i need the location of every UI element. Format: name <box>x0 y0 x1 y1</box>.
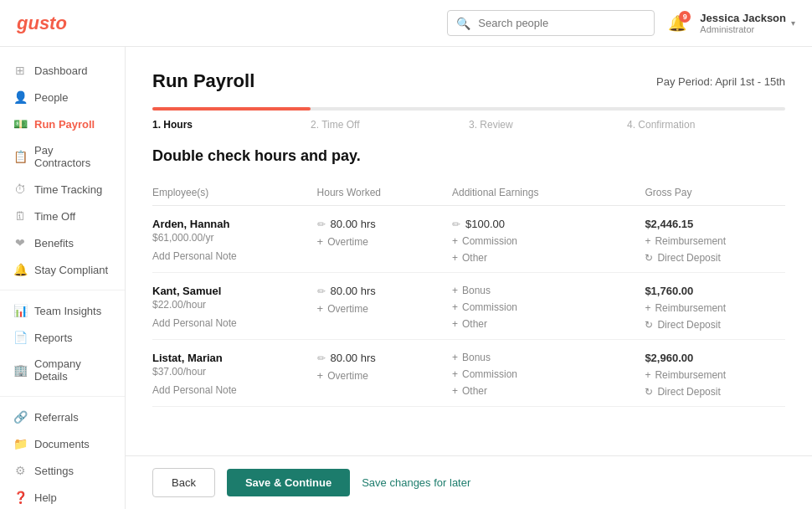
add-reimbursement[interactable]: +Reimbursement <box>645 369 775 381</box>
step-review[interactable]: 3. Review <box>469 119 627 131</box>
step-time-off[interactable]: 2. Time Off <box>311 119 469 131</box>
add-earnings-row[interactable]: +Other <box>452 318 635 330</box>
user-name: Jessica Jackson <box>700 12 786 24</box>
bell-badge: 9 <box>679 11 691 23</box>
footer: Back Save & Continue Save changes for la… <box>126 455 812 509</box>
sidebar-item-label: Referrals <box>34 411 79 424</box>
add-earnings-row[interactable]: +Other <box>452 385 635 397</box>
reports-icon: 📄 <box>13 331 27 344</box>
add-overtime[interactable]: + Overtime <box>317 302 442 315</box>
page-title: Run Payroll <box>152 70 254 92</box>
edit-icon[interactable]: ✏ <box>317 352 326 364</box>
employee-rate: $61,000.00/yr <box>152 232 307 244</box>
sidebar-item-label: Reports <box>34 332 73 344</box>
step-confirmation[interactable]: 4. Confirmation <box>627 119 785 131</box>
save-later-button[interactable]: Save changes for later <box>362 476 470 489</box>
add-earnings-row[interactable]: +Commission <box>452 301 635 313</box>
earnings-cell: ✏$100.00+Commission+Other <box>452 218 635 264</box>
hours-cell: ✏ 80.00 hrs + Overtime <box>317 352 442 382</box>
search-icon: 🔍 <box>456 17 470 30</box>
sidebar-item-run-payroll[interactable]: 💵 Run Payroll <box>0 111 125 137</box>
sidebar: ⊞ Dashboard 👤 People 💵 Run Payroll 📋 Pay… <box>0 47 126 509</box>
sidebar-item-time-off[interactable]: 🗓 Time Off <box>0 203 125 229</box>
back-button[interactable]: Back <box>152 468 215 497</box>
main-content: Run Payroll Pay Period: April 1st - 15th… <box>126 47 812 455</box>
help-icon: ❓ <box>13 491 27 504</box>
step-hours[interactable]: 1. Hours <box>152 119 311 131</box>
edit-icon[interactable]: ✏ <box>317 219 326 230</box>
company-icon: 🏢 <box>13 363 27 377</box>
edit-icon[interactable]: ✏ <box>317 285 326 297</box>
add-reimbursement[interactable]: +Reimbursement <box>645 235 775 247</box>
add-note-link[interactable]: Add Personal Note <box>152 244 307 270</box>
table-row: Arden, Hannah $61,000.00/yr Add Personal… <box>152 206 785 273</box>
add-earnings-row[interactable]: +Commission <box>452 368 635 380</box>
sidebar-item-label: Help <box>34 491 57 504</box>
benefits-icon: ❤ <box>13 236 27 249</box>
add-note-link[interactable]: Add Personal Note <box>152 311 307 337</box>
hours-value: ✏ 80.00 hrs <box>317 218 442 230</box>
topnav: gusto 🔍 🔔 9 Jessica Jackson Administrato… <box>0 0 812 47</box>
sidebar-item-dashboard[interactable]: ⊞ Dashboard <box>0 57 125 84</box>
search-input[interactable] <box>447 10 655 36</box>
add-note-link[interactable]: Add Personal Note <box>152 378 307 404</box>
page-header: Run Payroll Pay Period: April 1st - 15th <box>152 70 785 92</box>
direct-deposit[interactable]: ↻Direct Deposit <box>645 386 775 398</box>
sidebar-item-label: Pay Contractors <box>34 144 111 169</box>
save-continue-button[interactable]: Save & Continue <box>227 469 350 496</box>
sidebar-item-pay-contractors[interactable]: 📋 Pay Contractors <box>0 137 125 176</box>
bell-button[interactable]: 🔔 9 <box>668 14 686 33</box>
sidebar-item-label: Dashboard <box>34 64 88 77</box>
pay-period: Pay Period: April 1st - 15th <box>656 75 785 88</box>
payroll-table: Employee(s) Hours Worked Additional Earn… <box>152 180 785 407</box>
add-earnings-row[interactable]: +Bonus <box>452 285 635 296</box>
hours-cell: ✏ 80.00 hrs + Overtime <box>317 218 442 248</box>
gross-amount: $2,960.00 <box>645 352 775 364</box>
plus-icon: + <box>317 369 324 382</box>
sidebar-item-benefits[interactable]: ❤ Benefits <box>0 229 125 256</box>
sidebar-item-settings[interactable]: ⚙ Settings <box>0 457 125 484</box>
hours-value: ✏ 80.00 hrs <box>317 285 442 297</box>
add-overtime[interactable]: + Overtime <box>317 369 442 382</box>
direct-deposit[interactable]: ↻Direct Deposit <box>645 252 775 264</box>
insights-icon: 📊 <box>13 304 27 317</box>
layout: ⊞ Dashboard 👤 People 💵 Run Payroll 📋 Pay… <box>0 47 812 509</box>
sidebar-item-help[interactable]: ❓ Help <box>0 484 125 509</box>
gross-cell: $2,960.00+Reimbursement↻Direct Deposit <box>645 352 775 398</box>
sidebar-item-stay-compliant[interactable]: 🔔 Stay Compliant <box>0 256 125 283</box>
add-overtime[interactable]: + Overtime <box>317 235 442 248</box>
sidebar-divider-2 <box>0 396 125 397</box>
settings-icon: ⚙ <box>13 464 27 477</box>
chevron-down-icon: ▾ <box>791 18 795 28</box>
employee-name: Kant, Samuel <box>152 285 307 297</box>
progress-track <box>152 107 785 111</box>
search-wrap: 🔍 <box>447 10 655 36</box>
sidebar-item-team-insights[interactable]: 📊 Team Insights <box>0 297 125 324</box>
user-menu[interactable]: Jessica Jackson Administrator ▾ <box>700 12 795 34</box>
add-earnings-row[interactable]: +Other <box>452 252 635 264</box>
sidebar-item-time-tracking[interactable]: ⏱ Time Tracking <box>0 176 125 203</box>
progress-fill <box>152 107 311 111</box>
add-earnings-row[interactable]: +Commission <box>452 235 635 247</box>
sidebar-item-referrals[interactable]: 🔗 Referrals <box>0 404 125 430</box>
col-gross: Gross Pay <box>645 180 785 206</box>
people-icon: 👤 <box>13 90 27 104</box>
sidebar-item-label: Time Off <box>34 210 75 223</box>
earnings-cell: +Bonus+Commission+Other <box>452 285 635 330</box>
add-earnings-row[interactable]: +Bonus <box>452 352 635 363</box>
sidebar-item-label: Run Payroll <box>34 118 95 131</box>
add-reimbursement[interactable]: +Reimbursement <box>645 302 775 314</box>
earnings-cell: +Bonus+Commission+Other <box>452 352 635 397</box>
gross-amount: $2,446.15 <box>645 218 775 230</box>
plus-icon: + <box>317 302 324 315</box>
sidebar-item-people[interactable]: 👤 People <box>0 84 125 111</box>
compliant-icon: 🔔 <box>13 263 27 276</box>
contractors-icon: 📋 <box>13 150 27 163</box>
documents-icon: 📁 <box>13 437 27 450</box>
sidebar-item-documents[interactable]: 📁 Documents <box>0 430 125 457</box>
sidebar-item-reports[interactable]: 📄 Reports <box>0 324 125 351</box>
sidebar-item-company-details[interactable]: 🏢 Company Details <box>0 351 125 389</box>
user-role: Administrator <box>700 24 786 34</box>
direct-deposit[interactable]: ↻Direct Deposit <box>645 319 775 331</box>
hours-value: ✏ 80.00 hrs <box>317 352 442 364</box>
